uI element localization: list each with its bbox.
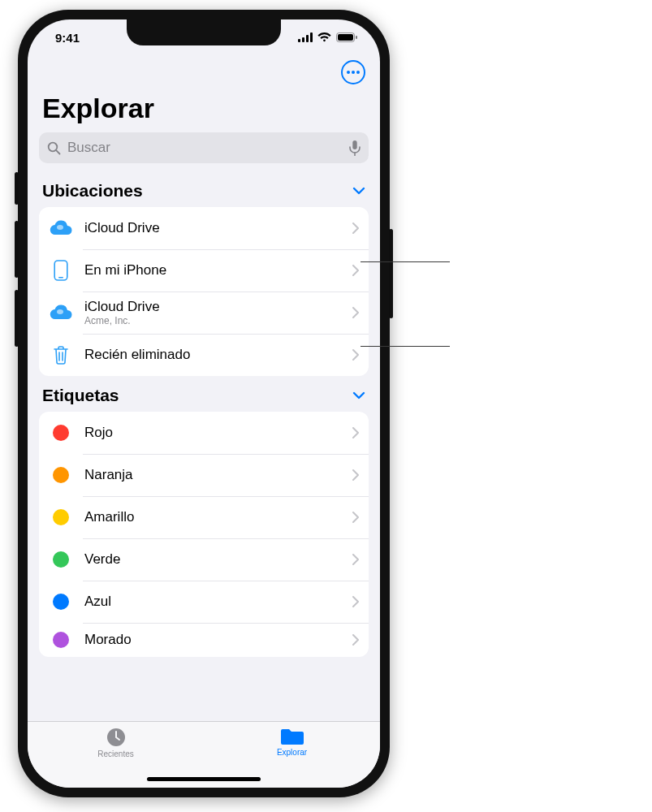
svg-rect-16 <box>58 277 63 279</box>
more-button[interactable] <box>341 60 365 84</box>
chevron-right-icon <box>352 265 359 276</box>
tag-blue[interactable]: Azul <box>39 581 369 623</box>
row-label: Rojo <box>84 425 341 441</box>
row-label: Azul <box>84 594 341 610</box>
status-time: 9:41 <box>55 31 80 45</box>
cellular-icon <box>298 32 313 42</box>
tags-list: Rojo Naranja Amarillo <box>39 412 369 657</box>
svg-rect-5 <box>338 34 353 41</box>
tag-orange[interactable]: Naranja <box>39 454 369 496</box>
tag-dot <box>53 632 69 648</box>
tag-dot <box>53 425 69 441</box>
svg-point-9 <box>356 71 360 74</box>
tags-header[interactable]: Etiquetas <box>39 376 369 412</box>
tag-yellow[interactable]: Amarillo <box>39 496 369 538</box>
notch <box>127 19 281 45</box>
search-field[interactable]: Buscar <box>39 132 369 163</box>
chevron-right-icon <box>352 349 359 361</box>
icloud-icon <box>49 300 73 325</box>
side-button <box>389 229 393 318</box>
mute-switch <box>15 172 19 205</box>
row-label: iCloud Drive <box>84 220 341 236</box>
location-recently-deleted[interactable]: Recién eliminado <box>39 334 369 376</box>
tab-label: Explorar <box>277 748 307 757</box>
chevron-right-icon <box>352 427 359 438</box>
volume-up-button <box>15 221 19 278</box>
row-label: Morado <box>84 632 341 648</box>
tag-dot <box>53 509 69 525</box>
locations-list: iCloud Drive En mi iPhone <box>39 207 369 376</box>
wifi-icon <box>317 32 331 42</box>
tab-bar: Recientes Explorar <box>28 721 380 788</box>
location-icloud-drive-work[interactable]: iCloud Drive Acme, Inc. <box>39 292 369 334</box>
tag-dot <box>53 594 69 610</box>
tags-title: Etiquetas <box>42 386 119 405</box>
battery-icon <box>336 32 357 42</box>
svg-point-14 <box>57 225 63 230</box>
svg-line-11 <box>56 150 59 153</box>
chevron-right-icon <box>352 512 359 523</box>
chevron-right-icon <box>352 222 359 234</box>
tag-red[interactable]: Rojo <box>39 412 369 454</box>
chevron-right-icon <box>352 554 359 565</box>
svg-point-17 <box>57 309 63 314</box>
icloud-icon <box>49 216 73 240</box>
row-label: Naranja <box>84 467 341 483</box>
row-label: iCloud Drive <box>84 299 341 315</box>
dictation-icon[interactable] <box>349 140 361 156</box>
search-placeholder: Buscar <box>67 140 343 156</box>
row-label: En mi iPhone <box>84 262 341 279</box>
svg-rect-1 <box>302 37 304 42</box>
row-label: Amarillo <box>84 509 341 525</box>
location-icloud-drive[interactable]: iCloud Drive <box>39 207 369 249</box>
tag-purple[interactable]: Morado <box>39 623 369 657</box>
screen: 9:41 Explorar Buscar <box>28 19 380 788</box>
svg-rect-6 <box>356 36 357 39</box>
tag-dot <box>53 551 69 568</box>
tag-green[interactable]: Verde <box>39 538 369 581</box>
chevron-down-icon <box>352 391 365 400</box>
svg-rect-2 <box>306 35 309 42</box>
chevron-down-icon <box>352 187 365 195</box>
svg-rect-3 <box>310 32 313 42</box>
clock-icon <box>106 727 127 748</box>
location-on-my-iphone[interactable]: En mi iPhone <box>39 249 369 292</box>
svg-rect-12 <box>352 140 356 149</box>
chevron-right-icon <box>352 596 359 607</box>
phone-frame: 9:41 Explorar Buscar <box>18 10 390 797</box>
tab-label: Recientes <box>97 749 133 758</box>
svg-point-8 <box>352 71 355 74</box>
chevron-right-icon <box>352 469 359 481</box>
tag-dot <box>53 467 69 483</box>
chevron-right-icon <box>352 307 359 318</box>
folder-icon <box>280 727 304 746</box>
row-label: Recién eliminado <box>84 347 341 363</box>
row-label: Verde <box>84 551 341 568</box>
row-sublabel: Acme, Inc. <box>84 315 341 326</box>
chevron-right-icon <box>352 634 359 646</box>
callout-line <box>361 346 450 347</box>
trash-icon <box>49 343 73 367</box>
search-icon <box>47 141 61 155</box>
iphone-icon <box>49 258 73 283</box>
status-indicators <box>298 32 357 42</box>
page-title: Explorar <box>28 86 380 129</box>
locations-header[interactable]: Ubicaciones <box>39 171 369 207</box>
svg-point-7 <box>347 71 350 74</box>
locations-title: Ubicaciones <box>42 181 143 201</box>
callout-line <box>361 261 450 262</box>
volume-down-button <box>15 290 19 347</box>
svg-rect-0 <box>298 39 300 42</box>
home-indicator[interactable] <box>147 777 261 781</box>
